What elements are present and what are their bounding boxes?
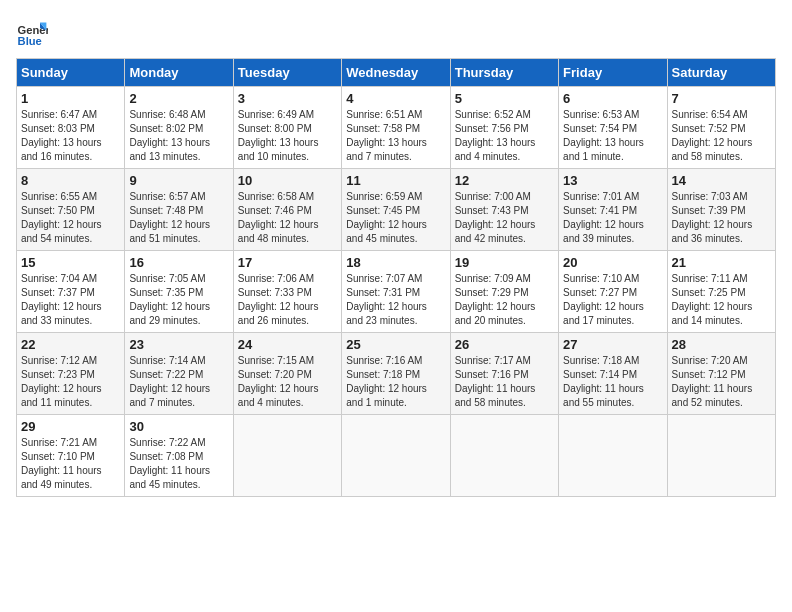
day-detail: Sunrise: 7:06 AMSunset: 7:33 PMDaylight:… — [238, 272, 337, 328]
day-detail: Sunrise: 7:17 AMSunset: 7:16 PMDaylight:… — [455, 354, 554, 410]
day-number: 21 — [672, 255, 771, 270]
calendar-cell: 19 Sunrise: 7:09 AMSunset: 7:29 PMDaylig… — [450, 251, 558, 333]
calendar-cell: 30 Sunrise: 7:22 AMSunset: 7:08 PMDaylig… — [125, 415, 233, 497]
day-detail: Sunrise: 7:18 AMSunset: 7:14 PMDaylight:… — [563, 354, 662, 410]
calendar-cell: 13 Sunrise: 7:01 AMSunset: 7:41 PMDaylig… — [559, 169, 667, 251]
calendar-cell — [559, 415, 667, 497]
calendar-table: SundayMondayTuesdayWednesdayThursdayFrid… — [16, 58, 776, 497]
calendar-cell: 10 Sunrise: 6:58 AMSunset: 7:46 PMDaylig… — [233, 169, 341, 251]
calendar-cell: 11 Sunrise: 6:59 AMSunset: 7:45 PMDaylig… — [342, 169, 450, 251]
calendar-cell: 25 Sunrise: 7:16 AMSunset: 7:18 PMDaylig… — [342, 333, 450, 415]
calendar-cell: 2 Sunrise: 6:48 AMSunset: 8:02 PMDayligh… — [125, 87, 233, 169]
calendar-cell: 18 Sunrise: 7:07 AMSunset: 7:31 PMDaylig… — [342, 251, 450, 333]
day-number: 23 — [129, 337, 228, 352]
day-number: 17 — [238, 255, 337, 270]
calendar-cell — [450, 415, 558, 497]
calendar-cell: 28 Sunrise: 7:20 AMSunset: 7:12 PMDaylig… — [667, 333, 775, 415]
day-number: 19 — [455, 255, 554, 270]
day-detail: Sunrise: 6:59 AMSunset: 7:45 PMDaylight:… — [346, 190, 445, 246]
day-detail: Sunrise: 7:00 AMSunset: 7:43 PMDaylight:… — [455, 190, 554, 246]
calendar-cell: 9 Sunrise: 6:57 AMSunset: 7:48 PMDayligh… — [125, 169, 233, 251]
calendar-week-3: 15 Sunrise: 7:04 AMSunset: 7:37 PMDaylig… — [17, 251, 776, 333]
day-detail: Sunrise: 6:47 AMSunset: 8:03 PMDaylight:… — [21, 108, 120, 164]
day-number: 6 — [563, 91, 662, 106]
day-detail: Sunrise: 7:20 AMSunset: 7:12 PMDaylight:… — [672, 354, 771, 410]
calendar-cell: 12 Sunrise: 7:00 AMSunset: 7:43 PMDaylig… — [450, 169, 558, 251]
day-number: 2 — [129, 91, 228, 106]
day-detail: Sunrise: 7:09 AMSunset: 7:29 PMDaylight:… — [455, 272, 554, 328]
day-number: 12 — [455, 173, 554, 188]
day-number: 5 — [455, 91, 554, 106]
day-detail: Sunrise: 6:52 AMSunset: 7:56 PMDaylight:… — [455, 108, 554, 164]
calendar-header-row: SundayMondayTuesdayWednesdayThursdayFrid… — [17, 59, 776, 87]
svg-text:Blue: Blue — [18, 35, 42, 47]
header-wednesday: Wednesday — [342, 59, 450, 87]
header-monday: Monday — [125, 59, 233, 87]
calendar-cell: 17 Sunrise: 7:06 AMSunset: 7:33 PMDaylig… — [233, 251, 341, 333]
header-tuesday: Tuesday — [233, 59, 341, 87]
day-detail: Sunrise: 7:01 AMSunset: 7:41 PMDaylight:… — [563, 190, 662, 246]
day-detail: Sunrise: 7:04 AMSunset: 7:37 PMDaylight:… — [21, 272, 120, 328]
day-number: 18 — [346, 255, 445, 270]
day-number: 26 — [455, 337, 554, 352]
day-detail: Sunrise: 7:14 AMSunset: 7:22 PMDaylight:… — [129, 354, 228, 410]
day-detail: Sunrise: 6:54 AMSunset: 7:52 PMDaylight:… — [672, 108, 771, 164]
header-friday: Friday — [559, 59, 667, 87]
page-header: General Blue — [16, 16, 776, 48]
calendar-cell: 27 Sunrise: 7:18 AMSunset: 7:14 PMDaylig… — [559, 333, 667, 415]
logo: General Blue — [16, 16, 54, 48]
header-saturday: Saturday — [667, 59, 775, 87]
day-number: 30 — [129, 419, 228, 434]
day-number: 9 — [129, 173, 228, 188]
day-detail: Sunrise: 7:12 AMSunset: 7:23 PMDaylight:… — [21, 354, 120, 410]
header-thursday: Thursday — [450, 59, 558, 87]
calendar-cell: 15 Sunrise: 7:04 AMSunset: 7:37 PMDaylig… — [17, 251, 125, 333]
calendar-cell: 24 Sunrise: 7:15 AMSunset: 7:20 PMDaylig… — [233, 333, 341, 415]
calendar-cell: 21 Sunrise: 7:11 AMSunset: 7:25 PMDaylig… — [667, 251, 775, 333]
day-number: 13 — [563, 173, 662, 188]
day-detail: Sunrise: 7:03 AMSunset: 7:39 PMDaylight:… — [672, 190, 771, 246]
calendar-cell: 4 Sunrise: 6:51 AMSunset: 7:58 PMDayligh… — [342, 87, 450, 169]
calendar-cell: 7 Sunrise: 6:54 AMSunset: 7:52 PMDayligh… — [667, 87, 775, 169]
calendar-week-1: 1 Sunrise: 6:47 AMSunset: 8:03 PMDayligh… — [17, 87, 776, 169]
day-number: 14 — [672, 173, 771, 188]
day-detail: Sunrise: 6:57 AMSunset: 7:48 PMDaylight:… — [129, 190, 228, 246]
calendar-cell: 14 Sunrise: 7:03 AMSunset: 7:39 PMDaylig… — [667, 169, 775, 251]
day-detail: Sunrise: 6:49 AMSunset: 8:00 PMDaylight:… — [238, 108, 337, 164]
calendar-cell: 20 Sunrise: 7:10 AMSunset: 7:27 PMDaylig… — [559, 251, 667, 333]
day-detail: Sunrise: 6:58 AMSunset: 7:46 PMDaylight:… — [238, 190, 337, 246]
day-number: 11 — [346, 173, 445, 188]
day-number: 28 — [672, 337, 771, 352]
day-number: 22 — [21, 337, 120, 352]
calendar-cell: 8 Sunrise: 6:55 AMSunset: 7:50 PMDayligh… — [17, 169, 125, 251]
day-number: 1 — [21, 91, 120, 106]
header-sunday: Sunday — [17, 59, 125, 87]
calendar-week-2: 8 Sunrise: 6:55 AMSunset: 7:50 PMDayligh… — [17, 169, 776, 251]
calendar-cell — [233, 415, 341, 497]
day-detail: Sunrise: 6:48 AMSunset: 8:02 PMDaylight:… — [129, 108, 228, 164]
calendar-cell: 26 Sunrise: 7:17 AMSunset: 7:16 PMDaylig… — [450, 333, 558, 415]
day-detail: Sunrise: 6:55 AMSunset: 7:50 PMDaylight:… — [21, 190, 120, 246]
day-number: 20 — [563, 255, 662, 270]
day-number: 29 — [21, 419, 120, 434]
day-number: 4 — [346, 91, 445, 106]
day-number: 15 — [21, 255, 120, 270]
day-number: 8 — [21, 173, 120, 188]
calendar-cell — [667, 415, 775, 497]
day-detail: Sunrise: 7:15 AMSunset: 7:20 PMDaylight:… — [238, 354, 337, 410]
day-detail: Sunrise: 7:10 AMSunset: 7:27 PMDaylight:… — [563, 272, 662, 328]
calendar-cell: 5 Sunrise: 6:52 AMSunset: 7:56 PMDayligh… — [450, 87, 558, 169]
day-number: 16 — [129, 255, 228, 270]
day-number: 10 — [238, 173, 337, 188]
calendar-week-4: 22 Sunrise: 7:12 AMSunset: 7:23 PMDaylig… — [17, 333, 776, 415]
calendar-cell: 1 Sunrise: 6:47 AMSunset: 8:03 PMDayligh… — [17, 87, 125, 169]
day-detail: Sunrise: 7:16 AMSunset: 7:18 PMDaylight:… — [346, 354, 445, 410]
day-detail: Sunrise: 7:11 AMSunset: 7:25 PMDaylight:… — [672, 272, 771, 328]
calendar-cell: 16 Sunrise: 7:05 AMSunset: 7:35 PMDaylig… — [125, 251, 233, 333]
calendar-week-5: 29 Sunrise: 7:21 AMSunset: 7:10 PMDaylig… — [17, 415, 776, 497]
logo-icon: General Blue — [16, 16, 48, 48]
calendar-cell: 6 Sunrise: 6:53 AMSunset: 7:54 PMDayligh… — [559, 87, 667, 169]
day-number: 25 — [346, 337, 445, 352]
calendar-cell: 22 Sunrise: 7:12 AMSunset: 7:23 PMDaylig… — [17, 333, 125, 415]
calendar-cell: 3 Sunrise: 6:49 AMSunset: 8:00 PMDayligh… — [233, 87, 341, 169]
